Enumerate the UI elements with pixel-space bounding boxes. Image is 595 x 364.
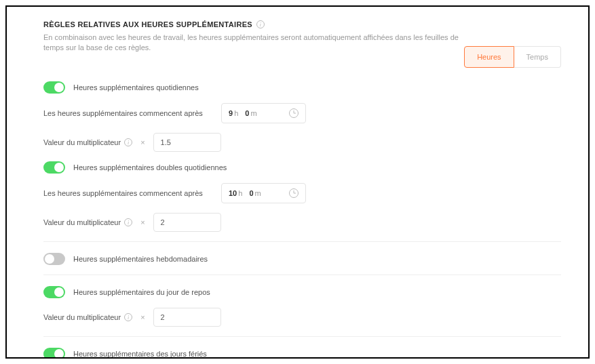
- hours-value: 10: [229, 189, 237, 197]
- header-left: RÈGLES RELATIVES AUX HEURES SUPPLÉMENTAI…: [43, 20, 464, 54]
- time-input-double-daily[interactable]: 10 h 0 m: [221, 183, 306, 203]
- info-icon[interactable]: i: [256, 20, 265, 28]
- minutes-value: 0: [245, 109, 249, 117]
- minutes-value: 0: [249, 189, 253, 197]
- toggle-double-daily-overtime[interactable]: [43, 161, 65, 174]
- info-icon[interactable]: i: [124, 218, 132, 226]
- title-row: RÈGLES RELATIVES AUX HEURES SUPPLÉMENTAI…: [43, 20, 464, 28]
- toggle-weekly-overtime[interactable]: [43, 253, 65, 265]
- toggle-holiday-overtime[interactable]: [43, 348, 65, 359]
- toggle-row-rest-day: Heures supplémentaires du jour de repos: [43, 286, 561, 298]
- times-symbol: ×: [140, 138, 145, 146]
- section-rest-day-overtime: Heures supplémentaires du jour de repos …: [43, 286, 561, 327]
- minutes-unit: m: [255, 189, 261, 197]
- segment-heures[interactable]: Heures: [464, 46, 514, 68]
- toggle-row-double-daily: Heures supplémentaires doubles quotidien…: [43, 161, 561, 174]
- times-symbol: ×: [140, 313, 145, 321]
- settings-panel: RÈGLES RELATIVES AUX HEURES SUPPLÉMENTAI…: [5, 5, 590, 359]
- multiplier-row-double-daily: Valeur du multiplicateur i ×: [43, 213, 561, 232]
- multiplier-input-double-daily[interactable]: [153, 213, 221, 232]
- start-after-row-daily: Les heures supplémentaires commencent ap…: [43, 103, 561, 123]
- multiplier-row-rest-day: Valeur du multiplicateur i ×: [43, 308, 561, 327]
- section-daily-overtime: Heures supplémentaires quotidiennes Les …: [43, 81, 561, 152]
- start-after-label: Les heures supplémentaires commencent ap…: [43, 189, 213, 197]
- multiplier-label: Valeur du multiplicateur i: [43, 218, 132, 226]
- toggle-row-weekly: Heures supplémentaires hebdomadaires: [43, 253, 561, 265]
- toggle-row-holiday: Heures supplémentaires des jours fériés: [43, 348, 561, 359]
- multiplier-label: Valeur du multiplicateur i: [43, 313, 132, 321]
- start-after-label: Les heures supplémentaires commencent ap…: [43, 109, 213, 117]
- toggle-daily-overtime[interactable]: [43, 81, 65, 94]
- time-input-daily[interactable]: 9 h 0 m: [221, 103, 306, 123]
- divider: [43, 241, 561, 242]
- segment-temps[interactable]: Temps: [514, 46, 561, 68]
- toggle-label-rest-day: Heures supplémentaires du jour de repos: [73, 288, 210, 296]
- hours-unit: h: [234, 109, 238, 117]
- section-double-daily-overtime: Heures supplémentaires doubles quotidien…: [43, 161, 561, 232]
- toggle-rest-day-overtime[interactable]: [43, 286, 65, 298]
- info-icon[interactable]: i: [124, 138, 132, 146]
- start-after-row-double-daily: Les heures supplémentaires commencent ap…: [43, 183, 561, 203]
- multiplier-input-rest-day[interactable]: [153, 308, 221, 327]
- header-row: RÈGLES RELATIVES AUX HEURES SUPPLÉMENTAI…: [43, 20, 561, 68]
- hours-value: 9: [229, 109, 233, 117]
- divider: [43, 336, 561, 337]
- toggle-label-double-daily: Heures supplémentaires doubles quotidien…: [73, 163, 227, 171]
- clock-icon: [289, 108, 299, 118]
- section-holiday-overtime: Heures supplémentaires des jours fériés …: [43, 348, 561, 359]
- toggle-label-holiday: Heures supplémentaires des jours fériés: [73, 350, 207, 358]
- section-subtitle: En combinaison avec les heures de travai…: [43, 33, 464, 54]
- clock-icon: [289, 188, 299, 198]
- info-icon[interactable]: i: [124, 313, 132, 321]
- toggle-row-daily: Heures supplémentaires quotidiennes: [43, 81, 561, 94]
- segmented-control: Heures Temps: [464, 46, 561, 68]
- section-title: RÈGLES RELATIVES AUX HEURES SUPPLÉMENTAI…: [43, 20, 252, 28]
- section-weekly-overtime: Heures supplémentaires hebdomadaires: [43, 253, 561, 265]
- multiplier-row-daily: Valeur du multiplicateur i ×: [43, 133, 561, 152]
- divider: [43, 275, 561, 275]
- multiplier-label: Valeur du multiplicateur i: [43, 138, 132, 146]
- hours-unit: h: [238, 189, 242, 197]
- minutes-unit: m: [250, 109, 256, 117]
- toggle-label-daily: Heures supplémentaires quotidiennes: [73, 83, 199, 92]
- times-symbol: ×: [140, 218, 145, 226]
- multiplier-input-daily[interactable]: [153, 133, 221, 152]
- toggle-label-weekly: Heures supplémentaires hebdomadaires: [73, 255, 208, 263]
